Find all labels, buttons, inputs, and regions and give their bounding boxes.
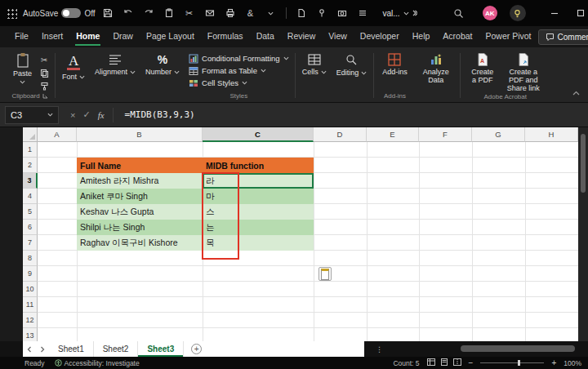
sheet-tab-sheet1[interactable]: Sheet1 bbox=[49, 341, 94, 357]
row-header-2[interactable]: 2 bbox=[23, 158, 38, 173]
vertical-scrollbar[interactable] bbox=[578, 127, 588, 341]
accessibility-status[interactable]: Accessibility: Investigate bbox=[55, 359, 140, 367]
pin-icon[interactable] bbox=[314, 4, 330, 22]
undo-icon[interactable] bbox=[120, 4, 136, 22]
cell-b3[interactable]: Amitesh 라지 Mishra bbox=[77, 173, 203, 189]
row-header-6[interactable]: 6 bbox=[23, 220, 38, 235]
redo-icon[interactable] bbox=[140, 4, 157, 22]
cell-b6[interactable]: Shilpi 나는 Singh bbox=[77, 220, 203, 235]
name-box[interactable]: C3 bbox=[5, 106, 59, 124]
toggle-pill-icon[interactable] bbox=[61, 8, 81, 18]
column-header-b[interactable]: B bbox=[77, 127, 203, 142]
minimize-button[interactable] bbox=[541, 0, 568, 26]
row-header-1[interactable]: 1 bbox=[23, 142, 38, 158]
column-header-c[interactable]: C bbox=[203, 127, 314, 142]
row-header-8[interactable]: 8 bbox=[23, 251, 38, 266]
clipboard-icon[interactable] bbox=[161, 4, 177, 22]
maximize-button[interactable] bbox=[568, 0, 588, 26]
sheet-tab-sheet2[interactable]: Sheet2 bbox=[94, 341, 139, 357]
format-painter-icon[interactable] bbox=[38, 81, 51, 91]
tab-developer[interactable]: Developer bbox=[354, 27, 406, 47]
tab-draw[interactable]: Draw bbox=[106, 27, 140, 47]
column-header-g[interactable]: G bbox=[472, 127, 525, 142]
app-launcher-icon[interactable] bbox=[7, 8, 17, 19]
conditional-formatting-button[interactable]: Conditional Formatting bbox=[187, 52, 291, 64]
editing-group-collapsed[interactable]: Editing bbox=[332, 49, 372, 102]
cell-styles-button[interactable]: Cell Styles bbox=[187, 77, 291, 89]
menu-icon[interactable] bbox=[354, 4, 371, 22]
row-header-11[interactable]: 11 bbox=[23, 297, 38, 313]
document-icon[interactable] bbox=[293, 4, 310, 22]
lightbulb-icon[interactable] bbox=[510, 5, 526, 21]
ampersand-icon[interactable]: & bbox=[243, 4, 259, 22]
sheet-tab-sheet3[interactable]: Sheet3 bbox=[138, 341, 184, 357]
tab-formulas[interactable]: Formulas bbox=[201, 27, 250, 47]
autosave-toggle[interactable]: AutoSave Off bbox=[23, 8, 96, 18]
vertical-scrollbar-thumb[interactable] bbox=[581, 134, 586, 193]
dialog-launcher-icon[interactable] bbox=[42, 93, 48, 99]
format-as-table-button[interactable]: Format as Table bbox=[187, 64, 291, 77]
row-header-3[interactable]: 3 bbox=[23, 173, 38, 189]
tab-review[interactable]: Review bbox=[281, 27, 322, 47]
font-group-collapsed[interactable]: A Font bbox=[57, 49, 90, 102]
column-header-f[interactable]: F bbox=[419, 127, 472, 142]
column-header-a[interactable]: A bbox=[38, 127, 77, 142]
row-header-12[interactable]: 12 bbox=[23, 313, 38, 328]
mail-icon[interactable] bbox=[202, 4, 218, 22]
tab-power-pivot[interactable]: Power Pivot bbox=[479, 27, 538, 47]
zoom-in-icon[interactable]: + bbox=[551, 359, 556, 367]
copy-icon[interactable] bbox=[38, 68, 51, 78]
zoom-slider[interactable] bbox=[480, 362, 544, 363]
cell-b4[interactable]: Aniket 쿠마 Singh bbox=[77, 189, 203, 204]
cell-b7[interactable]: Raghav 이목구비 Kishore bbox=[77, 235, 203, 251]
tab-data[interactable]: Data bbox=[250, 27, 281, 47]
cell-c2[interactable]: MIDB function bbox=[203, 158, 314, 173]
row-header-4[interactable]: 4 bbox=[23, 189, 38, 204]
cut-icon[interactable]: ✂ bbox=[38, 55, 51, 65]
zoom-slider-thumb[interactable] bbox=[518, 360, 520, 366]
cell-b2[interactable]: Full Name bbox=[77, 158, 203, 173]
tab-help[interactable]: Help bbox=[406, 27, 437, 47]
tab-overflow-icon[interactable]: ⋮ bbox=[376, 345, 383, 353]
paste-button[interactable]: Paste bbox=[9, 50, 36, 91]
printer-icon[interactable] bbox=[222, 4, 238, 22]
save-icon[interactable] bbox=[100, 4, 116, 22]
row-header-10[interactable]: 10 bbox=[23, 282, 38, 297]
column-header-d[interactable]: D bbox=[314, 127, 367, 142]
search-icon[interactable] bbox=[451, 4, 467, 22]
chevron-down-icon[interactable] bbox=[263, 4, 279, 22]
tab-file[interactable]: File bbox=[8, 27, 35, 47]
cells-group-collapsed[interactable]: Cells bbox=[297, 49, 332, 102]
formula-input[interactable]: =MIDB(B3,9,3) bbox=[125, 109, 195, 120]
cell-b5[interactable]: Keshav 나스 Gupta bbox=[77, 204, 203, 220]
row-header-9[interactable]: 9 bbox=[23, 266, 38, 282]
row-header-7[interactable]: 7 bbox=[23, 235, 38, 251]
addins-button[interactable]: Add-ins bbox=[378, 50, 412, 77]
create-pdf-button[interactable]: A Create a PDF bbox=[465, 50, 501, 93]
tab-view[interactable]: View bbox=[322, 27, 354, 47]
tab-acrobat[interactable]: Acrobat bbox=[436, 27, 479, 47]
zoom-out-icon[interactable]: − bbox=[469, 359, 474, 367]
cancel-icon[interactable]: × bbox=[70, 110, 75, 120]
tab-home[interactable]: Home bbox=[69, 27, 106, 47]
new-sheet-button[interactable]: + bbox=[191, 344, 202, 354]
tab-page-layout[interactable]: Page Layout bbox=[140, 27, 201, 47]
camera-icon[interactable] bbox=[334, 4, 350, 22]
collapse-ribbon-icon[interactable] bbox=[572, 84, 580, 99]
paste-options-icon[interactable] bbox=[318, 267, 332, 281]
enter-icon[interactable]: ✓ bbox=[82, 109, 90, 120]
avatar[interactable]: AK bbox=[483, 6, 497, 20]
tab-insert[interactable]: Insert bbox=[35, 27, 69, 47]
number-group-collapsed[interactable]: % Number bbox=[140, 49, 185, 102]
page-layout-view-icon[interactable] bbox=[440, 358, 448, 367]
column-header-h[interactable]: H bbox=[525, 127, 578, 142]
comments-button[interactable]: Comments bbox=[538, 29, 588, 45]
alignment-group-collapsed[interactable]: Alignment bbox=[90, 49, 140, 102]
scissors-icon[interactable]: ✂ bbox=[181, 4, 198, 22]
page-break-view-icon[interactable] bbox=[453, 358, 461, 367]
sheet-nav-right-icon[interactable] bbox=[36, 341, 49, 357]
zoom-level[interactable]: 100% bbox=[564, 359, 581, 367]
analyze-data-button[interactable]: Analyze Data bbox=[416, 50, 456, 85]
select-all-corner[interactable] bbox=[23, 127, 38, 142]
horizontal-scrollbar-thumb[interactable] bbox=[461, 345, 575, 352]
